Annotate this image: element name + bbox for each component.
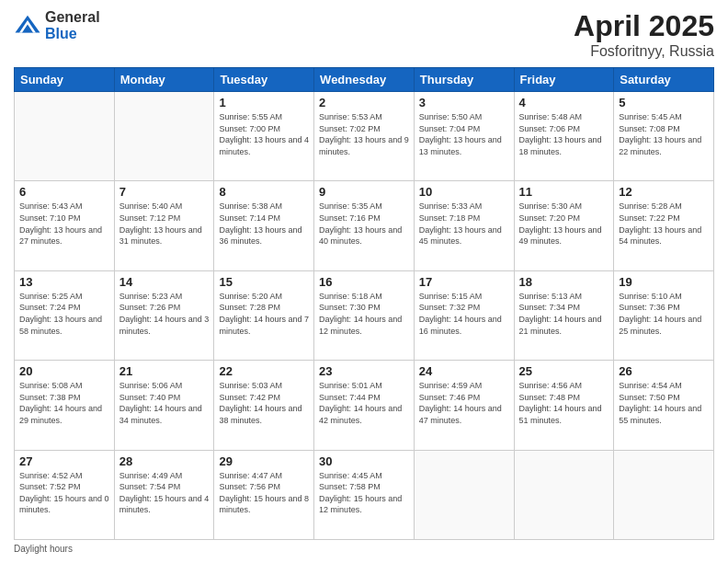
day-number: 21 xyxy=(119,364,210,378)
calendar-week-0: 1Sunrise: 5:55 AM Sunset: 7:00 PM Daylig… xyxy=(15,92,714,181)
day-number: 8 xyxy=(219,185,309,199)
calendar-cell: 2Sunrise: 5:53 AM Sunset: 7:02 PM Daylig… xyxy=(314,92,415,181)
day-info: Sunrise: 5:48 AM Sunset: 7:06 PM Dayligh… xyxy=(519,111,609,157)
day-info: Sunrise: 4:47 AM Sunset: 7:56 PM Dayligh… xyxy=(219,470,309,516)
day-number: 14 xyxy=(119,275,210,289)
title-month: April 2025 xyxy=(574,9,714,43)
day-number: 4 xyxy=(519,96,609,109)
day-info: Sunrise: 5:01 AM Sunset: 7:44 PM Dayligh… xyxy=(319,380,409,426)
day-number: 11 xyxy=(519,185,609,199)
day-number: 15 xyxy=(219,275,309,289)
day-info: Sunrise: 4:59 AM Sunset: 7:46 PM Dayligh… xyxy=(419,380,509,426)
calendar-table: SundayMondayTuesdayWednesdayThursdayFrid… xyxy=(14,67,714,540)
calendar-week-2: 13Sunrise: 5:25 AM Sunset: 7:24 PM Dayli… xyxy=(15,270,714,360)
day-number: 19 xyxy=(619,275,709,289)
col-header-wednesday: Wednesday xyxy=(314,68,415,92)
footer: Daylight hours xyxy=(14,544,714,554)
calendar-cell: 9Sunrise: 5:35 AM Sunset: 7:16 PM Daylig… xyxy=(314,181,415,270)
col-header-sunday: Sunday xyxy=(15,68,115,92)
calendar-cell: 7Sunrise: 5:40 AM Sunset: 7:12 PM Daylig… xyxy=(114,181,214,270)
calendar-cell: 21Sunrise: 5:06 AM Sunset: 7:40 PM Dayli… xyxy=(114,361,214,450)
calendar-cell: 16Sunrise: 5:18 AM Sunset: 7:30 PM Dayli… xyxy=(314,270,415,360)
calendar-cell: 25Sunrise: 4:56 AM Sunset: 7:48 PM Dayli… xyxy=(514,361,614,450)
day-info: Sunrise: 5:20 AM Sunset: 7:28 PM Dayligh… xyxy=(219,291,309,337)
day-info: Sunrise: 5:33 AM Sunset: 7:18 PM Dayligh… xyxy=(419,201,509,247)
day-info: Sunrise: 5:30 AM Sunset: 7:20 PM Dayligh… xyxy=(519,201,609,247)
calendar-cell: 23Sunrise: 5:01 AM Sunset: 7:44 PM Dayli… xyxy=(314,361,415,450)
day-number: 1 xyxy=(219,96,309,109)
calendar-cell: 12Sunrise: 5:28 AM Sunset: 7:22 PM Dayli… xyxy=(614,181,714,270)
page: General Blue April 2025 Fosforitnyy, Rus… xyxy=(0,0,728,563)
calendar-cell: 11Sunrise: 5:30 AM Sunset: 7:20 PM Dayli… xyxy=(514,181,614,270)
day-number: 9 xyxy=(319,185,409,199)
col-header-saturday: Saturday xyxy=(614,68,714,92)
day-info: Sunrise: 5:13 AM Sunset: 7:34 PM Dayligh… xyxy=(519,291,609,337)
day-number: 16 xyxy=(319,275,409,289)
calendar-cell: 29Sunrise: 4:47 AM Sunset: 7:56 PM Dayli… xyxy=(214,450,314,539)
logo-text: General Blue xyxy=(45,9,100,41)
calendar-cell: 26Sunrise: 4:54 AM Sunset: 7:50 PM Dayli… xyxy=(614,361,714,450)
calendar-cell: 27Sunrise: 4:52 AM Sunset: 7:52 PM Dayli… xyxy=(15,450,115,539)
day-number: 3 xyxy=(419,96,509,109)
day-number: 20 xyxy=(19,364,109,378)
day-info: Sunrise: 5:53 AM Sunset: 7:02 PM Dayligh… xyxy=(319,111,409,157)
calendar-cell: 19Sunrise: 5:10 AM Sunset: 7:36 PM Dayli… xyxy=(614,270,714,360)
day-info: Sunrise: 5:45 AM Sunset: 7:08 PM Dayligh… xyxy=(619,111,709,157)
calendar-week-4: 27Sunrise: 4:52 AM Sunset: 7:52 PM Dayli… xyxy=(15,450,714,539)
title-block: April 2025 Fosforitnyy, Russia xyxy=(574,9,714,60)
calendar-cell xyxy=(514,450,614,539)
day-info: Sunrise: 5:08 AM Sunset: 7:38 PM Dayligh… xyxy=(19,380,109,426)
day-info: Sunrise: 5:55 AM Sunset: 7:00 PM Dayligh… xyxy=(219,111,309,157)
calendar-cell: 6Sunrise: 5:43 AM Sunset: 7:10 PM Daylig… xyxy=(15,181,115,270)
col-header-tuesday: Tuesday xyxy=(214,68,314,92)
day-number: 25 xyxy=(519,364,609,378)
calendar-cell: 20Sunrise: 5:08 AM Sunset: 7:38 PM Dayli… xyxy=(15,361,115,450)
day-number: 6 xyxy=(19,185,109,199)
calendar-cell xyxy=(414,450,514,539)
day-info: Sunrise: 5:50 AM Sunset: 7:04 PM Dayligh… xyxy=(419,111,509,157)
day-number: 2 xyxy=(319,96,409,109)
day-info: Sunrise: 4:52 AM Sunset: 7:52 PM Dayligh… xyxy=(19,470,109,516)
day-info: Sunrise: 5:28 AM Sunset: 7:22 PM Dayligh… xyxy=(619,201,709,247)
day-number: 29 xyxy=(219,454,309,468)
logo-general-text: General xyxy=(45,9,100,26)
day-info: Sunrise: 5:10 AM Sunset: 7:36 PM Dayligh… xyxy=(619,291,709,337)
calendar-cell: 22Sunrise: 5:03 AM Sunset: 7:42 PM Dayli… xyxy=(214,361,314,450)
day-number: 18 xyxy=(519,275,609,289)
day-info: Sunrise: 5:15 AM Sunset: 7:32 PM Dayligh… xyxy=(419,291,509,337)
day-number: 5 xyxy=(619,96,709,109)
day-number: 24 xyxy=(419,364,509,378)
calendar-cell xyxy=(15,92,115,181)
col-header-thursday: Thursday xyxy=(414,68,514,92)
day-number: 26 xyxy=(619,364,709,378)
day-info: Sunrise: 5:18 AM Sunset: 7:30 PM Dayligh… xyxy=(319,291,409,337)
day-info: Sunrise: 5:43 AM Sunset: 7:10 PM Dayligh… xyxy=(19,201,109,247)
day-info: Sunrise: 4:45 AM Sunset: 7:58 PM Dayligh… xyxy=(319,470,409,516)
day-info: Sunrise: 5:06 AM Sunset: 7:40 PM Dayligh… xyxy=(119,380,210,426)
day-number: 7 xyxy=(119,185,210,199)
day-info: Sunrise: 5:38 AM Sunset: 7:14 PM Dayligh… xyxy=(219,201,309,247)
calendar-cell: 30Sunrise: 4:45 AM Sunset: 7:58 PM Dayli… xyxy=(314,450,415,539)
calendar-cell xyxy=(114,92,214,181)
calendar-cell: 4Sunrise: 5:48 AM Sunset: 7:06 PM Daylig… xyxy=(514,92,614,181)
day-info: Sunrise: 5:03 AM Sunset: 7:42 PM Dayligh… xyxy=(219,380,309,426)
day-info: Sunrise: 5:35 AM Sunset: 7:16 PM Dayligh… xyxy=(319,201,409,247)
calendar-cell: 5Sunrise: 5:45 AM Sunset: 7:08 PM Daylig… xyxy=(614,92,714,181)
day-number: 10 xyxy=(419,185,509,199)
calendar-cell: 1Sunrise: 5:55 AM Sunset: 7:00 PM Daylig… xyxy=(214,92,314,181)
day-info: Sunrise: 5:23 AM Sunset: 7:26 PM Dayligh… xyxy=(119,291,210,337)
day-info: Sunrise: 4:56 AM Sunset: 7:48 PM Dayligh… xyxy=(519,380,609,426)
header: General Blue April 2025 Fosforitnyy, Rus… xyxy=(14,9,714,60)
col-header-friday: Friday xyxy=(514,68,614,92)
title-location: Fosforitnyy, Russia xyxy=(574,43,714,60)
calendar-header-row: SundayMondayTuesdayWednesdayThursdayFrid… xyxy=(15,68,714,92)
calendar-cell: 15Sunrise: 5:20 AM Sunset: 7:28 PM Dayli… xyxy=(214,270,314,360)
daylight-label: Daylight hours xyxy=(14,544,73,554)
calendar-cell: 17Sunrise: 5:15 AM Sunset: 7:32 PM Dayli… xyxy=(414,270,514,360)
day-number: 12 xyxy=(619,185,709,199)
calendar-week-1: 6Sunrise: 5:43 AM Sunset: 7:10 PM Daylig… xyxy=(15,181,714,270)
calendar-cell: 13Sunrise: 5:25 AM Sunset: 7:24 PM Dayli… xyxy=(15,270,115,360)
day-number: 13 xyxy=(19,275,109,289)
day-number: 17 xyxy=(419,275,509,289)
calendar-cell: 24Sunrise: 4:59 AM Sunset: 7:46 PM Dayli… xyxy=(414,361,514,450)
